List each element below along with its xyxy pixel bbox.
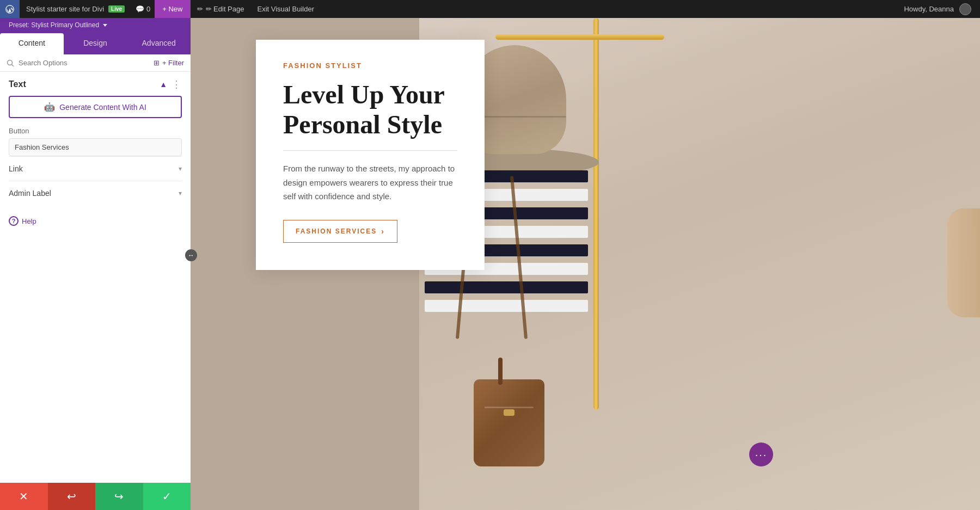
link-title: Link bbox=[9, 164, 23, 173]
card-title-line2: Personal Style bbox=[283, 110, 442, 139]
section-controls: ▲ ⋮ bbox=[160, 78, 182, 90]
site-name-text: Stylist starter site for Divi bbox=[26, 5, 104, 13]
card-title: Level Up Your Personal Style bbox=[283, 79, 457, 139]
admin-label-title: Admin Label bbox=[9, 189, 51, 198]
exit-vb-label: Exit Visual Builder bbox=[258, 5, 315, 13]
arm-partial bbox=[947, 208, 980, 317]
text-collapse-chevron[interactable]: ▲ bbox=[160, 80, 167, 89]
rack-bar bbox=[495, 34, 664, 40]
help-icon: ? bbox=[9, 216, 19, 226]
comment-icon: 💬 bbox=[136, 5, 144, 13]
live-badge: Live bbox=[108, 5, 125, 13]
search-icon bbox=[7, 59, 14, 67]
preset-label: Preset: Stylist Primary Outlined bbox=[9, 21, 99, 29]
close-icon: ✕ bbox=[19, 490, 28, 503]
cta-label: FASHION SERVICES bbox=[296, 228, 377, 235]
fab-dots-icon: ··· bbox=[755, 448, 768, 461]
link-section-header[interactable]: Link ▾ bbox=[9, 164, 182, 173]
card-eyebrow: FASHION STYLIST bbox=[283, 62, 457, 70]
top-nav-bar: Stylist starter site for Divi Live 💬 0 +… bbox=[0, 0, 980, 18]
tab-design[interactable]: Design bbox=[64, 33, 127, 54]
text-section-title: Text bbox=[9, 79, 26, 89]
ai-button-label: Generate Content With AI bbox=[59, 103, 146, 112]
top-nav-right: Howdy, Deanna bbox=[904, 3, 980, 15]
redo-button[interactable]: ↪ bbox=[95, 483, 143, 510]
left-panel: Button Settings ⊡ ⊞ ⋮ Preset: Stylist Pr… bbox=[0, 0, 191, 510]
new-button[interactable]: + New bbox=[155, 0, 190, 18]
wordpress-icon[interactable] bbox=[0, 0, 20, 18]
edit-page-label: ✏ Edit Page bbox=[206, 5, 244, 13]
preset-dropdown-arrow bbox=[103, 24, 107, 27]
tab-content[interactable]: Content bbox=[0, 33, 64, 54]
svg-line-3 bbox=[12, 64, 14, 66]
leather-bag bbox=[474, 379, 544, 466]
button-field-label: Button bbox=[9, 127, 182, 135]
admin-label-header[interactable]: Admin Label ▾ bbox=[9, 189, 182, 198]
help-button[interactable]: ? Help bbox=[9, 216, 182, 226]
link-section: Link ▾ bbox=[9, 156, 182, 181]
close-button[interactable]: ✕ bbox=[0, 483, 48, 510]
edit-icon: ✏ bbox=[197, 5, 203, 13]
text-section-header: Text ▲ ⋮ bbox=[9, 78, 182, 90]
center-card: FASHION STYLIST Level Up Your Personal S… bbox=[256, 40, 485, 270]
link-chevron: ▾ bbox=[179, 165, 182, 173]
site-name-area: Stylist starter site for Divi Live bbox=[20, 5, 131, 13]
page-options-fab[interactable]: ··· bbox=[749, 443, 773, 466]
avatar[interactable] bbox=[959, 3, 971, 15]
new-label: + New bbox=[162, 5, 182, 13]
center-card-wrap: FASHION STYLIST Level Up Your Personal S… bbox=[256, 40, 485, 270]
rack-pole bbox=[593, 18, 599, 410]
preset-row[interactable]: Preset: Stylist Primary Outlined bbox=[9, 21, 182, 29]
card-divider bbox=[283, 150, 457, 151]
generate-content-ai-button[interactable]: 🤖 Generate Content With AI bbox=[9, 96, 182, 118]
comment-section[interactable]: 💬 0 bbox=[131, 5, 155, 13]
save-button[interactable]: ✓ bbox=[143, 483, 191, 510]
bottom-bar: ✕ ↩ ↪ ✓ bbox=[0, 483, 191, 510]
cta-arrow-icon: › bbox=[381, 227, 385, 236]
fashion-services-cta-button[interactable]: FASHION SERVICES › bbox=[283, 220, 397, 243]
right-image-area: ··· bbox=[419, 18, 980, 510]
search-options-bar: ⊞ + Filter bbox=[0, 54, 191, 72]
fashion-photo bbox=[419, 18, 980, 510]
panel-tabs: Content Design Advanced bbox=[0, 33, 191, 54]
button-field-group: Button bbox=[9, 127, 182, 156]
svg-point-2 bbox=[8, 60, 13, 65]
main-content: FASHION STYLIST Level Up Your Personal S… bbox=[191, 18, 980, 510]
help-label: Help bbox=[22, 217, 36, 225]
filter-label: + Filter bbox=[162, 59, 184, 67]
admin-label-section: Admin Label ▾ bbox=[9, 181, 182, 205]
redo-icon: ↪ bbox=[114, 490, 124, 503]
panel-body: Text ▲ ⋮ 🤖 Generate Content With AI Butt… bbox=[0, 72, 191, 510]
undo-button[interactable]: ↩ bbox=[48, 483, 96, 510]
panel-drag-handle[interactable]: ↔ bbox=[185, 249, 197, 261]
save-icon: ✓ bbox=[162, 490, 171, 503]
howdy-text: Howdy, Deanna bbox=[904, 5, 954, 13]
filter-button[interactable]: ⊞ + Filter bbox=[154, 59, 184, 67]
comment-count: 0 bbox=[146, 5, 150, 13]
search-input[interactable] bbox=[19, 59, 149, 67]
admin-chevron: ▾ bbox=[179, 189, 182, 197]
undo-icon: ↩ bbox=[67, 490, 76, 503]
card-title-line1: Level Up Your bbox=[283, 80, 445, 109]
exit-vb-button[interactable]: Exit Visual Builder bbox=[251, 0, 321, 18]
text-options-dots[interactable]: ⋮ bbox=[171, 78, 182, 90]
ai-icon: 🤖 bbox=[44, 102, 55, 112]
tab-advanced[interactable]: Advanced bbox=[127, 33, 191, 54]
button-text-input[interactable] bbox=[9, 138, 182, 156]
edit-page-button[interactable]: ✏ ✏ Edit Page bbox=[191, 0, 251, 18]
card-body-text: From the runway to the streets, my appro… bbox=[283, 162, 457, 204]
filter-icon: ⊞ bbox=[154, 59, 160, 67]
